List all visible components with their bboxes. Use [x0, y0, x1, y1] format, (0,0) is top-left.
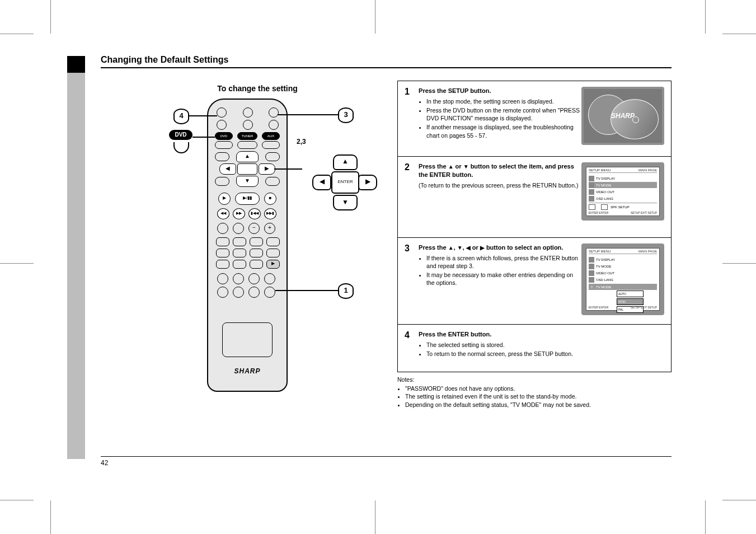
num-button [248, 287, 260, 298]
note-item: The setting is retained even if the unit… [405, 392, 672, 400]
remote-right-button: ▶ [259, 163, 275, 175]
s3-hint-enter: ENTER ENTER [589, 306, 608, 309]
tv-screen-3: SETUP MENU MAIN PAGE TV DISPLAY TV MODE … [581, 243, 664, 315]
notes-heading: Notes: [397, 376, 672, 383]
row2-b-button [243, 120, 253, 130]
num-button [217, 273, 228, 284]
grid-btn [233, 237, 246, 246]
step-1: 1 Press the SETUP button. In the stop mo… [398, 81, 671, 156]
menu-button [265, 152, 280, 161]
grid-btn [250, 249, 263, 257]
grid-btn [216, 249, 229, 257]
func2-b [237, 141, 257, 149]
s2-hint-setup: SETUP EXIT SETUP [631, 211, 657, 214]
next-button: ▶▶▮ [264, 208, 276, 219]
after-notes: Notes: "PASSWORD" does not have any opti… [397, 376, 672, 409]
return-button-r [215, 177, 229, 186]
s2-row: SPK SETUP [611, 205, 630, 209]
page-number: 42 [101, 459, 108, 467]
tv-screen-1: SHARP [581, 87, 664, 145]
step-bullet: To return to the normal screen, press th… [426, 350, 581, 358]
grid-btn [233, 249, 246, 257]
dimmer-button [269, 107, 279, 118]
callout-4: 4 [173, 109, 189, 124]
num-button [264, 273, 275, 284]
step-heading: Press the SETUP button. [419, 87, 491, 94]
remote-enter-button [237, 163, 257, 175]
ff-button: ▶▶ [233, 208, 245, 219]
callout-line [188, 115, 217, 116]
grid-btn [250, 237, 263, 246]
s3-opt: AUTO [617, 291, 644, 297]
screen3-title-right: MAIN PAGE [638, 250, 657, 253]
s2-hint-enter: ENTER ENTER [589, 211, 608, 214]
grid-btn [266, 237, 280, 246]
s2-row: TV DISPLAY [596, 177, 616, 180]
func2-a [215, 141, 233, 149]
note-item: "PASSWORD" does not have any options. [405, 385, 672, 392]
side-margin [67, 56, 85, 459]
stop-button: ■ [264, 193, 276, 205]
vol-up-button: + [264, 223, 275, 234]
screen1-brand: SHARP [611, 112, 635, 120]
note-item: Depending on the default setting status,… [405, 401, 672, 409]
remote-down-button: ▼ [236, 176, 259, 187]
crop-mark [722, 263, 756, 264]
step-heading: Press the ▲, ▼, ◀ or ▶ button to select … [419, 244, 563, 251]
step-number: 4 [405, 330, 417, 340]
screen2-title-right: MAIN PAGE [638, 168, 657, 172]
dpad-up-icon: ▲ [333, 154, 358, 170]
callout-cursor-label: 2,3 [297, 138, 306, 146]
crop-mark [705, 500, 706, 534]
step-4: 4 Press the ENTER button. The selected s… [398, 324, 671, 372]
crop-mark [50, 0, 51, 34]
rew-button: ◀◀ [217, 208, 229, 219]
callout-line [274, 168, 302, 170]
row2-a-button [217, 120, 227, 130]
crop-mark [375, 0, 375, 34]
steps-panel: 1 Press the SETUP button. In the stop mo… [397, 81, 672, 372]
slow-button: ▶ [218, 193, 231, 205]
dpad-illustration: ▲ ▼ ◀ ▶ ENTER [302, 154, 386, 222]
grid-btn [250, 260, 263, 269]
play-pause-button: ▶/▮▮ [235, 193, 260, 205]
crop-mark [705, 0, 706, 34]
crop-mark [0, 500, 34, 500]
setup-button [264, 287, 275, 298]
dpad-down-icon: ▼ [333, 195, 358, 210]
dvd-callout-num [173, 142, 189, 153]
step-number: 2 [405, 162, 417, 172]
step-3: 3 Press the ▲, ▼, ◀ or ▶ button to selec… [398, 237, 671, 324]
step-bullet: If there is a screen which follows, pres… [426, 254, 581, 270]
step-bullet: Press the DVD button on the remote contr… [426, 106, 581, 122]
setup-button-r [265, 177, 280, 186]
step-bullet: In the stop mode, the setting screen is … [426, 97, 581, 105]
tv-screen-2: SETUP MENU MAIN PAGE TV DISPLAY TV MODE … [581, 162, 664, 221]
step-heading: Press the ▲ or ▼ button to select the it… [419, 163, 574, 178]
dpad-enter: ENTER [331, 171, 359, 194]
num-button [233, 287, 244, 298]
remote-up-button: ▲ [236, 151, 259, 162]
s2-row-hl: TV MODE [596, 184, 616, 187]
screen3-title-left: SETUP MENU [589, 250, 611, 253]
row2-c-button [269, 120, 279, 130]
digit-10plus-button: ▶ [266, 260, 280, 269]
s3-opt-hl: NTSC [617, 298, 644, 305]
grid-btn [216, 260, 229, 269]
step-number: 3 [405, 243, 417, 254]
func2-c [262, 141, 280, 149]
callout-line [275, 290, 338, 291]
crop-mark [722, 34, 756, 34]
s2-row: VIDEO OUT [596, 190, 616, 194]
grid-btn [266, 249, 280, 257]
num-button [217, 287, 228, 298]
s3-row: VIDEO OUT [596, 271, 616, 275]
footer-rule [101, 456, 672, 457]
power-button [217, 107, 227, 118]
dvd-callout-pill: DVD [169, 130, 192, 140]
num-button [248, 273, 260, 284]
remote-diagram: DVD TUNER AUX ▲ ▼ ◀ ▶ ▶ ▶/▮▮ ■ [134, 99, 381, 412]
s3-sub-hl: TV MODE [596, 285, 616, 289]
step-heading: Press the ENTER button. [419, 331, 491, 338]
page-title: Changing the Default Settings [101, 55, 228, 65]
